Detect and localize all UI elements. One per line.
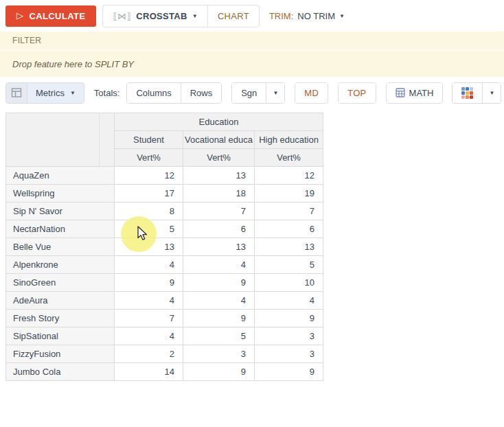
filter-title: FILTER xyxy=(12,36,41,45)
value-cell[interactable]: 7 xyxy=(183,203,255,220)
value-cell[interactable]: 5 xyxy=(183,327,255,345)
top-toolbar: ▷ CALCULATE ⟦⋈⟧ CROSSTAB ▼ CHART TRIM: N… xyxy=(0,0,504,32)
chevron-down-icon: ▼ xyxy=(339,13,345,19)
sgn-group: Sgn ▼ xyxy=(231,82,285,104)
group-header-row: Education xyxy=(6,113,323,131)
value-cell[interactable]: 13 xyxy=(183,238,255,256)
group-header[interactable]: Education xyxy=(115,113,323,131)
value-cell[interactable]: 9 xyxy=(183,274,255,292)
top-group: TOP xyxy=(338,82,376,104)
value-cell[interactable]: 13 xyxy=(255,238,323,256)
column-header[interactable]: Vocational educa xyxy=(183,131,255,149)
row-label[interactable]: Belle Vue xyxy=(6,238,115,256)
table-row: SinoGreen 9 9 10 xyxy=(6,274,323,292)
trim-prefix-label: TRIM: xyxy=(269,11,293,21)
value-cell[interactable]: 9 xyxy=(115,274,183,292)
value-cell[interactable]: 8 xyxy=(115,203,183,220)
table-layout-icon xyxy=(11,87,22,98)
value-cell[interactable]: 4 xyxy=(183,292,255,310)
value-cell[interactable]: 13 xyxy=(183,167,255,185)
sgn-dropdown-button[interactable]: ▼ xyxy=(266,83,284,103)
math-label: MATH xyxy=(409,88,434,98)
value-cell[interactable]: 5 xyxy=(255,256,323,274)
split-by-dropzone[interactable]: Drop feature here to SPLIT BY xyxy=(0,51,504,77)
table-corner xyxy=(6,113,115,167)
value-cell[interactable]: 3 xyxy=(183,345,255,363)
row-label[interactable]: Sip N' Savor xyxy=(6,203,115,220)
table-row: Belle Vue 13 13 13 xyxy=(6,238,323,256)
value-cell[interactable]: 5 xyxy=(115,220,183,238)
row-label[interactable]: Jumbo Cola xyxy=(6,363,115,381)
trim-dropdown[interactable]: TRIM: NO TRIM ▼ xyxy=(269,11,345,21)
md-button[interactable]: MD xyxy=(295,83,328,103)
rows-label: Rows xyxy=(190,88,213,98)
metrics-dropdown[interactable]: Metrics ▼ xyxy=(27,83,84,103)
math-button[interactable]: MATH xyxy=(387,83,443,103)
value-cell[interactable]: 6 xyxy=(255,220,323,238)
value-cell[interactable]: 9 xyxy=(183,363,255,381)
value-cell[interactable]: 14 xyxy=(115,363,183,381)
sgn-button[interactable]: Sgn xyxy=(232,83,266,103)
top-button[interactable]: TOP xyxy=(339,83,375,103)
metrics-toolbar: Metrics ▼ Totals: Columns Rows Sgn ▼ MD xyxy=(0,77,504,108)
calculate-button[interactable]: ▷ CALCULATE xyxy=(5,5,96,27)
value-cell[interactable]: 4 xyxy=(255,292,323,310)
layout-table-button[interactable] xyxy=(6,83,27,103)
row-label[interactable]: FizzyFusion xyxy=(6,345,115,363)
heatmap-button[interactable] xyxy=(453,83,482,103)
totals-rows-button[interactable]: Rows xyxy=(181,83,222,103)
row-label[interactable]: Alpenkrone xyxy=(6,256,115,274)
value-cell[interactable]: 7 xyxy=(255,203,323,220)
value-cell[interactable]: 4 xyxy=(115,327,183,345)
value-cell[interactable]: 3 xyxy=(255,327,323,345)
value-cell[interactable]: 17 xyxy=(115,185,183,203)
value-cell[interactable]: 3 xyxy=(255,345,323,363)
row-label[interactable]: AquaZen xyxy=(6,167,115,185)
table-row: AquaZen 12 13 12 xyxy=(6,167,323,185)
row-label[interactable]: NectarNation xyxy=(6,220,115,238)
totals-columns-button[interactable]: Columns xyxy=(127,83,180,103)
row-label[interactable]: Wellspring xyxy=(6,185,115,203)
value-cell[interactable]: 12 xyxy=(255,167,323,185)
value-cell[interactable]: 6 xyxy=(183,220,255,238)
value-cell[interactable]: 9 xyxy=(255,310,323,327)
value-cell[interactable]: 4 xyxy=(115,292,183,310)
table-row: FizzyFusion 2 3 3 xyxy=(6,345,323,363)
crosstab-label: CROSSTAB xyxy=(136,11,187,21)
value-cell[interactable]: 9 xyxy=(255,363,323,381)
trim-value: NO TRIM xyxy=(297,11,335,21)
play-icon: ▷ xyxy=(16,10,23,21)
app-window: ▷ CALCULATE ⟦⋈⟧ CROSSTAB ▼ CHART TRIM: N… xyxy=(0,0,504,427)
column-header[interactable]: High education xyxy=(255,131,323,149)
value-cell[interactable]: 9 xyxy=(183,310,255,327)
column-header[interactable]: Student xyxy=(115,131,183,149)
math-group: MATH xyxy=(386,82,444,104)
value-cell[interactable]: 4 xyxy=(115,256,183,274)
crosstab-button[interactable]: ⟦⋈⟧ CROSSTAB ▼ xyxy=(103,5,207,27)
metric-header[interactable]: Vert% xyxy=(115,149,183,167)
row-label[interactable]: SinoGreen xyxy=(6,274,115,292)
row-label[interactable]: SipSational xyxy=(6,327,115,345)
table-row: Alpenkrone 4 4 5 xyxy=(6,256,323,274)
chart-button[interactable]: CHART xyxy=(207,5,259,27)
value-cell[interactable]: 13 xyxy=(115,238,183,256)
sgn-label: Sgn xyxy=(241,88,257,98)
value-cell[interactable]: 19 xyxy=(255,185,323,203)
heatmap-dropdown-button[interactable]: ▼ xyxy=(482,83,501,103)
value-cell[interactable]: 7 xyxy=(115,310,183,327)
row-label[interactable]: Fresh Story xyxy=(6,310,115,327)
row-label[interactable]: AdeAura xyxy=(6,292,115,310)
totals-label: Totals: xyxy=(94,88,120,98)
md-label: MD xyxy=(304,88,319,98)
metric-header[interactable]: Vert% xyxy=(183,149,255,167)
value-cell[interactable]: 2 xyxy=(115,345,183,363)
chevron-down-icon: ▼ xyxy=(70,90,76,96)
value-cell[interactable]: 10 xyxy=(255,274,323,292)
value-cell[interactable]: 12 xyxy=(115,167,183,185)
value-cell[interactable]: 18 xyxy=(183,185,255,203)
crosstab-icon: ⟦⋈⟧ xyxy=(113,11,131,21)
value-cell[interactable]: 4 xyxy=(183,256,255,274)
filter-band[interactable]: FILTER xyxy=(0,32,504,51)
metric-header[interactable]: Vert% xyxy=(255,149,323,167)
top-label: TOP xyxy=(347,88,366,98)
